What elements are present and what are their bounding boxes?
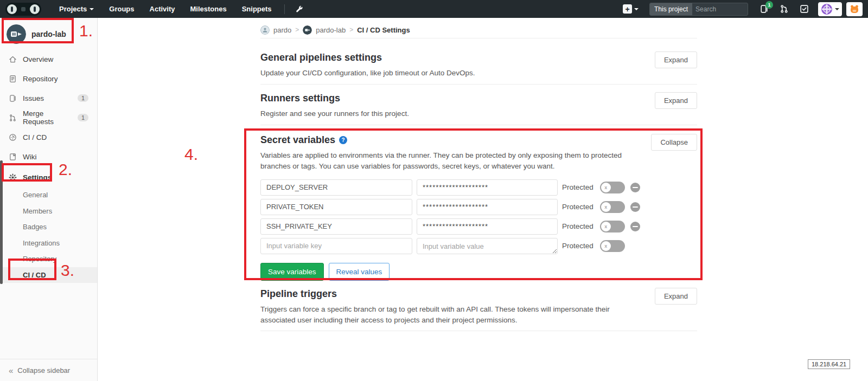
collapse-variables-button[interactable]: Collapse [651,134,697,151]
gear-icon [9,173,17,182]
sub-item-label: CI / CD [23,271,46,279]
section-pipeline-triggers: Pipeline triggers Triggers can force a s… [260,285,697,326]
nav-projects[interactable]: Projects [52,0,101,18]
search-input[interactable] [692,5,748,13]
save-variables-button[interactable]: Save variables [260,263,324,281]
user-avatar-identicon [821,3,833,15]
nav-groups[interactable]: Groups [102,0,141,18]
nav-snippets-label: Snippets [242,5,272,13]
protected-toggle[interactable]: x [600,221,625,233]
variable-value-input[interactable] [417,179,558,196]
remove-variable-button[interactable] [630,202,640,212]
variable-value-input[interactable] [417,218,558,235]
variable-key-input[interactable] [260,199,412,215]
merge-requests-dashboard-button[interactable] [775,0,794,18]
sidebar-item-settings[interactable]: Settings [0,167,97,187]
issues-dashboard-button[interactable]: 1 [755,0,774,18]
nav-snippets[interactable]: Snippets [235,0,279,18]
project-header[interactable]: pardo-lab [0,18,97,49]
variable-key-input[interactable] [260,179,412,196]
sidebar-item-repository[interactable]: Repository [0,69,97,88]
home-icon [9,55,17,63]
top-navbar: Projects Groups Activity Milestones Snip… [0,0,868,18]
sub-item-label: Members [23,207,52,215]
group-avatar [260,25,270,35]
todos-button[interactable] [795,0,814,18]
protected-toggle[interactable]: x [600,182,625,193]
section-description: Triggers can force a specific branch or … [260,304,635,326]
sidebar-item-overview[interactable]: Overview [0,49,97,69]
reveal-values-button[interactable]: Reveal values [329,263,390,281]
sidebar-item-label: Repository [23,75,88,83]
sidebar-item-merge-requests[interactable]: Merge Requests 1 [0,108,97,127]
merge-requests-count-badge: 1 [78,114,88,121]
protected-label: Protected [562,183,593,191]
todo-count-badge: 1 [765,1,773,9]
search-scope-chip[interactable]: This project [650,3,692,15]
sub-item-label: Integrations [23,239,60,247]
expand-runners-button[interactable]: Expand [655,92,697,109]
merge-request-icon [780,4,789,14]
sidebar-item-wiki[interactable]: Wiki [0,147,97,166]
logo-orb-left [7,4,17,14]
section-divider [260,125,697,125]
chevron-down-icon [634,8,639,10]
section-runners: Runners settings Register and see your r… [260,89,697,119]
settings-sub-integrations[interactable]: Integrations [0,235,97,251]
expand-general-button[interactable]: Expand [655,51,697,68]
sidebar-item-label: CI / CD [23,133,88,141]
toggle-x-icon: x [601,222,611,231]
project-name: pardo-lab [31,30,66,38]
nav-divider [284,4,285,14]
nav-milestones[interactable]: Milestones [183,0,234,18]
sidebar-item-label: Settings [23,173,88,182]
chevron-down-icon [835,8,839,10]
ip-address-overlay: 18.218.64.21 [808,359,850,369]
instance-logo[interactable] [5,3,41,16]
breadcrumb-project-link[interactable]: pardo-lab [316,26,346,34]
issues-icon [9,94,17,102]
help-icon[interactable]: ? [339,136,347,144]
settings-sub-members[interactable]: Members [0,203,97,219]
secondary-avatar-button[interactable] [846,2,863,16]
settings-sub-badges[interactable]: Badges [0,219,97,235]
sidebar-scrollbar[interactable] [0,160,3,284]
global-search: This project [649,3,748,16]
variable-row: Protected x [260,199,697,215]
remove-variable-button[interactable] [630,183,640,192]
new-dropdown-button[interactable]: + [618,4,643,14]
settings-sub-ci-cd[interactable]: CI / CD [0,267,97,283]
settings-sub-general[interactable]: General [0,187,97,203]
new-variable-key-input[interactable] [260,238,412,254]
sidebar-item-ci-cd[interactable]: CI / CD [0,127,97,147]
protected-toggle[interactable]: x [600,201,625,213]
new-variable-value-input[interactable] [417,238,558,254]
protected-toggle[interactable]: x [600,240,625,252]
admin-wrench-button[interactable] [290,0,309,18]
plus-icon: + [623,4,632,14]
sidebar-item-label: Issues [23,94,72,102]
sub-item-label: General [23,191,48,199]
remove-variable-button[interactable] [630,222,640,231]
sub-item-label: Badges [23,223,47,231]
user-avatar-orange [849,4,860,15]
protected-label: Protected [562,222,593,230]
toggle-x-icon: x [601,202,611,212]
toggle-x-icon: x [601,183,611,192]
settings-sub-repository[interactable]: Repository [0,251,97,267]
variable-row-new: Protected x [260,238,697,254]
wiki-icon [9,153,17,161]
sidebar-item-issues[interactable]: Issues 1 [0,88,97,108]
chevron-down-icon [90,8,94,10]
user-menu-button[interactable] [818,2,842,16]
variable-value-input[interactable] [417,199,558,215]
breadcrumb-current-page: CI / CD Settings [357,26,410,34]
merge-request-icon [9,114,17,122]
breadcrumb-group-link[interactable]: pardo [273,26,291,34]
variable-key-input[interactable] [260,218,412,235]
collapse-sidebar-button[interactable]: « Collapse sidebar [0,359,97,381]
pipeline-icon [9,133,17,141]
nav-activity[interactable]: Activity [143,0,182,18]
project-avatar [7,24,26,44]
expand-triggers-button[interactable]: Expand [655,288,697,305]
